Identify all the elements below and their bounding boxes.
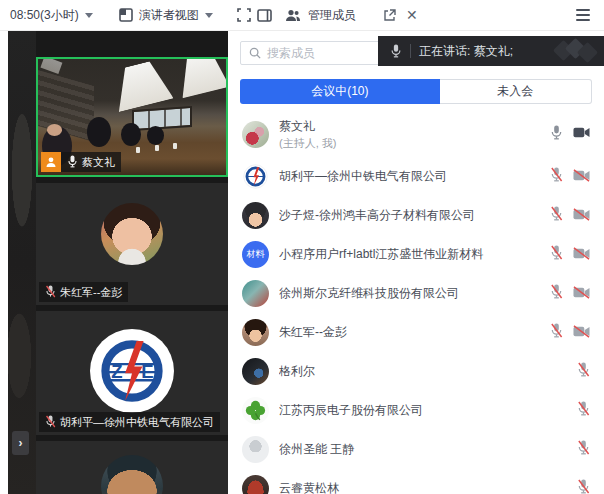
panel-title: 管理成员 — [308, 7, 356, 24]
member-name: 徐州圣能 王静 — [279, 441, 567, 458]
member-row[interactable]: 徐州斯尔克纤维科技股份有限公司 — [228, 274, 604, 313]
top-toolbar: 08:50(3小时) 演讲者视图 管理成员 — [0, 0, 604, 31]
member-row[interactable]: 胡利平—徐州中铁电气有限公司 — [228, 157, 604, 196]
tab-not-joined[interactable]: 未入会 — [440, 79, 592, 104]
svg-text:Z: Z — [111, 361, 122, 382]
mic-muted-icon[interactable] — [550, 245, 563, 264]
meeting-time-label: 08:50(3小时) — [10, 7, 79, 24]
member-av-controls — [577, 440, 590, 459]
room-window — [132, 106, 192, 132]
member-row[interactable]: 材料 小程序用户rf+labtl江苏盛世伟业新材料 — [228, 235, 604, 274]
mic-on-icon[interactable] — [550, 125, 563, 144]
member-name: 沙子煜-徐州鸿丰高分子材料有限公司 — [279, 207, 540, 224]
member-avatar-clover — [242, 397, 269, 424]
mic-muted-icon[interactable] — [550, 323, 563, 342]
video-thumbnail-column: 蔡文礼 朱红军--金彭 — [36, 31, 228, 494]
member-name: 蔡文礼 — [279, 118, 540, 135]
member-avatar-photo — [242, 280, 269, 307]
member-av-controls — [550, 284, 590, 303]
expand-panel-arrow[interactable]: › — [12, 431, 29, 455]
speaker-view-icon — [117, 6, 135, 24]
company-logo: Z E — [90, 329, 174, 413]
participant-avatar — [101, 203, 163, 265]
video-tile-name: 朱红军--金彭 — [60, 285, 122, 300]
mic-muted-icon[interactable] — [577, 401, 590, 420]
close-panel-button[interactable]: ✕ — [404, 8, 420, 22]
chevron-down-icon — [85, 13, 93, 18]
now-speaking-toast: 正在讲话: 蔡文礼; — [378, 36, 604, 66]
member-row[interactable]: 沙子煜-徐州鸿丰高分子材料有限公司 — [228, 196, 604, 235]
member-row[interactable]: 云睿黄松林 — [228, 469, 604, 494]
member-name: 格利尔 — [279, 363, 567, 380]
member-name: 胡利平—徐州中铁电气有限公司 — [279, 168, 540, 185]
mic-active-icon — [390, 44, 402, 58]
participant-avatar — [101, 455, 163, 494]
member-tabs: 会议中(10) 未入会 — [240, 79, 592, 104]
mic-muted-icon[interactable] — [577, 479, 590, 494]
member-av-controls — [577, 401, 590, 420]
member-row[interactable]: 江苏丙辰电子股份有限公司 — [228, 391, 604, 430]
member-avatar-flower-photo — [242, 121, 269, 148]
camera-muted-icon[interactable] — [573, 324, 590, 342]
search-placeholder: 搜索成员 — [267, 45, 315, 62]
member-av-controls — [550, 125, 590, 144]
mic-muted-icon[interactable] — [550, 167, 563, 186]
main-stage-sliver: › — [0, 31, 36, 494]
main-stage-video-edge — [8, 31, 36, 494]
camera-muted-icon[interactable] — [573, 207, 590, 225]
app-watermark-logo — [554, 40, 598, 62]
camera-muted-icon[interactable] — [573, 246, 590, 264]
mic-muted-icon[interactable] — [550, 206, 563, 225]
svg-text:E: E — [141, 361, 153, 382]
camera-on-icon[interactable] — [573, 125, 590, 143]
member-subtitle: (主持人, 我) — [279, 136, 540, 151]
view-mode-label: 演讲者视图 — [139, 7, 199, 24]
tab-in-meeting[interactable]: 会议中(10) — [240, 79, 440, 104]
popout-panel-button[interactable] — [380, 6, 398, 24]
now-speaking-name: 蔡文礼; — [474, 44, 513, 58]
meeting-time-dropdown[interactable]: 08:50(3小时) — [10, 7, 93, 24]
member-list: 蔡文礼 (主持人, 我) 胡利平—徐州中铁电气有限公司 沙子煜-徐州鸿丰高分子材… — [228, 111, 604, 494]
member-name: 小程序用户rf+labtl江苏盛世伟业新材料 — [279, 246, 540, 263]
camera-muted-icon[interactable] — [573, 285, 590, 303]
chevron-down-icon — [205, 13, 213, 18]
member-name: 江苏丙辰电子股份有限公司 — [279, 402, 567, 419]
member-avatar-dark-photo — [242, 358, 269, 385]
mic-muted-icon — [45, 285, 56, 300]
meeting-app-window: 08:50(3小时) 演讲者视图 管理成员 — [0, 0, 604, 494]
mic-on-icon — [67, 155, 78, 170]
member-row[interactable]: 徐州圣能 王静 — [228, 430, 604, 469]
members-icon — [284, 6, 302, 24]
view-mode-dropdown[interactable]: 演讲者视图 — [117, 6, 213, 24]
member-row[interactable]: 格利尔 — [228, 352, 604, 391]
mic-muted-icon — [45, 415, 56, 430]
member-av-controls — [550, 206, 590, 225]
member-row[interactable]: 朱红军--金彭 — [228, 313, 604, 352]
member-avatar-cartoon-face — [242, 202, 269, 229]
member-av-controls — [550, 323, 590, 342]
video-tile[interactable]: Z E 胡利平—徐州中铁电气有限公司 — [36, 311, 228, 435]
video-tile-active-speaker[interactable]: 蔡文礼 — [36, 57, 228, 177]
now-speaking-label: 正在讲话: — [419, 44, 470, 58]
camera-muted-icon[interactable] — [573, 168, 590, 186]
video-tile-name: 蔡文礼 — [82, 155, 115, 170]
mic-muted-icon[interactable] — [550, 284, 563, 303]
video-tile-partial[interactable] — [36, 441, 228, 494]
member-name: 徐州斯尔克纤维科技股份有限公司 — [279, 285, 540, 302]
member-avatar-girl-photo — [242, 319, 269, 346]
video-tile-name: 胡利平—徐州中铁电气有限公司 — [60, 415, 214, 430]
member-row[interactable]: 蔡文礼 (主持人, 我) — [228, 111, 604, 157]
member-av-controls — [577, 362, 590, 381]
member-avatar-gray-photo — [242, 436, 269, 463]
member-av-controls — [577, 479, 590, 494]
member-name: 云睿黄松林 — [279, 480, 567, 494]
member-avatar-red-photo — [242, 475, 269, 494]
video-tile[interactable]: 朱红军--金彭 — [36, 183, 228, 305]
member-avatar-blue-text: 材料 — [242, 241, 269, 268]
mic-muted-icon[interactable] — [577, 440, 590, 459]
search-icon — [249, 47, 261, 59]
mic-muted-icon[interactable] — [577, 362, 590, 381]
manage-members-panel: 搜索成员 正在讲话: 蔡文礼; 会议中(10) 未入会 蔡文礼 (主持人, 我) — [228, 31, 604, 494]
member-av-controls — [550, 245, 590, 264]
menu-button[interactable] — [574, 7, 592, 23]
